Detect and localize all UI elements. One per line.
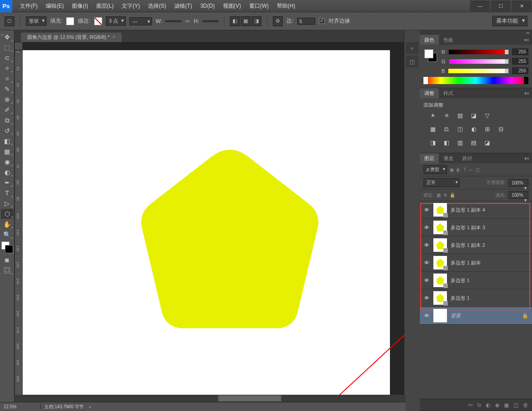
color-panel-menu-icon[interactable]: ▾≡ [522, 38, 532, 43]
maximize-button[interactable]: ☐ [491, 0, 511, 11]
layer-filter-dropdown[interactable]: ρ 类型 [423, 165, 447, 174]
link-layers-icon[interactable]: ⚯ [468, 402, 473, 408]
tab-color[interactable]: 颜色 [420, 35, 439, 45]
layer-thumbnail[interactable]: ▫ [433, 238, 447, 252]
exposure-icon[interactable]: ◪ [469, 111, 479, 119]
marquee-tool[interactable]: ⬚ [1, 43, 14, 52]
selective-icon[interactable]: ◪ [482, 138, 492, 146]
invert-icon[interactable]: ◨ [428, 138, 438, 146]
close-button[interactable]: ✕ [512, 0, 532, 11]
pathop-align-icon[interactable]: ▦ [241, 16, 251, 26]
fg-bg-swatch[interactable] [1, 241, 13, 253]
shape-tool[interactable]: ⬡ [1, 209, 14, 219]
b-value[interactable]: 255 [512, 67, 528, 74]
brightness-icon[interactable]: ☀ [428, 111, 438, 119]
layer-mask-icon[interactable]: ◐ [486, 402, 490, 408]
document-tab[interactable]: 圆角六边形 @ 12.5% (背景, RGB/8) * × [21, 33, 122, 42]
curves-icon[interactable]: ▧ [455, 111, 465, 119]
posterize-icon[interactable]: ◧ [442, 138, 451, 146]
b-slider[interactable] [448, 69, 508, 73]
panel-fg-bg-swatch[interactable] [424, 49, 437, 62]
screenmode-icon[interactable]: ⿴ [1, 265, 14, 275]
tab-layers[interactable]: 图层 [420, 153, 439, 163]
lasso-tool[interactable]: ⊂ [1, 53, 14, 63]
shape-preset-icon[interactable]: ⬡ [5, 16, 14, 26]
history-panel-icon[interactable]: ⟐ [406, 42, 418, 54]
lookup-icon[interactable]: ⊟ [496, 125, 506, 133]
height-field[interactable] [203, 20, 218, 22]
zoom-tool[interactable]: 🔍 [1, 230, 14, 240]
gradient-tool[interactable]: ▦ [1, 146, 14, 156]
layer-fill-field[interactable]: 100% [508, 191, 528, 199]
visibility-icon[interactable]: 👁 [420, 224, 433, 231]
quickmask-icon[interactable]: ◙ [1, 255, 14, 265]
hue-icon[interactable]: ▦ [428, 125, 438, 133]
balance-icon[interactable]: ⚖ [442, 125, 451, 133]
filter-smart-icon[interactable]: ◫ [475, 167, 480, 172]
menu-window[interactable]: 窗口(W) [245, 0, 273, 12]
minimize-button[interactable]: — [470, 0, 490, 11]
layer-row-background[interactable]: 👁 背景 🔒 [420, 307, 532, 325]
properties-panel-icon[interactable]: ◫ [406, 56, 418, 67]
layer-name[interactable]: 背景 [449, 312, 522, 319]
fill-swatch[interactable] [66, 17, 74, 25]
workspace-dropdown[interactable]: 基本功能 [492, 16, 527, 26]
lock-all-icon[interactable]: 🔒 [450, 193, 455, 198]
menu-image[interactable]: 图像(I) [68, 0, 92, 12]
opacity-field[interactable]: 100% [508, 179, 528, 187]
layer-thumbnail[interactable]: ▫ [433, 256, 447, 269]
menu-view[interactable]: 视图(V) [219, 0, 245, 12]
layer-row[interactable]: 👁 ▫ 多边形 1 副本 [420, 254, 532, 272]
gear-icon[interactable]: ⚙ [273, 16, 283, 26]
tab-adjustments[interactable]: 调整 [420, 88, 439, 98]
tool-mode-dropdown[interactable]: 形状 [26, 16, 47, 26]
layer-thumbnail[interactable]: ▫ [433, 203, 447, 217]
visibility-icon[interactable]: 👁 [420, 295, 433, 302]
menu-layer[interactable]: 图层(L) [92, 0, 118, 12]
visibility-icon[interactable]: 👁 [420, 312, 433, 319]
blur-tool[interactable]: ◉ [1, 157, 14, 167]
menu-filter[interactable]: 滤镜(T) [170, 0, 196, 12]
width-field[interactable] [166, 20, 181, 22]
menu-3d[interactable]: 3D(D) [196, 0, 219, 12]
eraser-tool[interactable]: ◧ [1, 136, 14, 146]
canvas[interactable] [23, 50, 390, 411]
layer-name[interactable]: 多边形 1 副本 [449, 260, 532, 266]
panel-collapse-button[interactable]: ◂◂ [420, 30, 532, 35]
tab-styles[interactable]: 样式 [439, 88, 458, 98]
layer-row[interactable]: 👁 ▫ 多边形 1 [420, 272, 532, 289]
layer-thumbnail[interactable] [433, 309, 447, 322]
filter-pixel-icon[interactable]: ▣ [450, 167, 454, 172]
tab-paths[interactable]: 路径 [458, 153, 477, 163]
status-menu-icon[interactable]: ▸ [89, 404, 91, 409]
filter-shape-icon[interactable]: ▱ [469, 167, 473, 172]
layer-row[interactable]: 👁 ▫ 多边形 1 副本 3 [420, 219, 532, 236]
new-fill-icon[interactable]: ◉ [495, 402, 499, 408]
layer-name[interactable]: 多边形 1 副本 2 [449, 242, 532, 249]
history-brush-tool[interactable]: ↺ [1, 126, 14, 136]
mixer-icon[interactable]: ⊞ [482, 125, 492, 133]
type-tool[interactable]: T [1, 188, 14, 198]
horizontal-scrollbar[interactable] [14, 395, 406, 402]
menu-edit[interactable]: 编辑(E) [42, 0, 68, 12]
menu-type[interactable]: 文字(Y) [118, 0, 144, 12]
path-select-tool[interactable]: ▷ [1, 198, 14, 208]
stroke-swatch[interactable] [94, 17, 102, 25]
layer-name[interactable]: 多边形 1 [449, 277, 532, 284]
layer-thumbnail[interactable]: ▫ [433, 274, 447, 287]
adjust-panel-menu-icon[interactable]: ▾≡ [522, 91, 532, 96]
g-value[interactable]: 255 [512, 58, 528, 65]
ruler-origin[interactable] [14, 42, 23, 50]
blend-mode-dropdown[interactable]: 正常 [423, 178, 460, 187]
filter-type-icon[interactable]: T [463, 167, 466, 172]
stamp-tool[interactable]: ⧉ [1, 115, 14, 125]
lock-pixels-icon[interactable]: ▩ [437, 193, 441, 198]
layer-fx-icon[interactable]: fx [477, 402, 481, 408]
r-slider[interactable] [449, 50, 508, 54]
g-slider[interactable] [449, 59, 508, 64]
layer-thumbnail[interactable]: ▫ [433, 291, 447, 305]
threshold-icon[interactable]: ▥ [455, 138, 465, 146]
tab-swatches[interactable]: 色板 [439, 35, 458, 45]
eyedropper-tool[interactable]: ✎ [1, 84, 14, 94]
r-value[interactable]: 255 [512, 48, 528, 55]
